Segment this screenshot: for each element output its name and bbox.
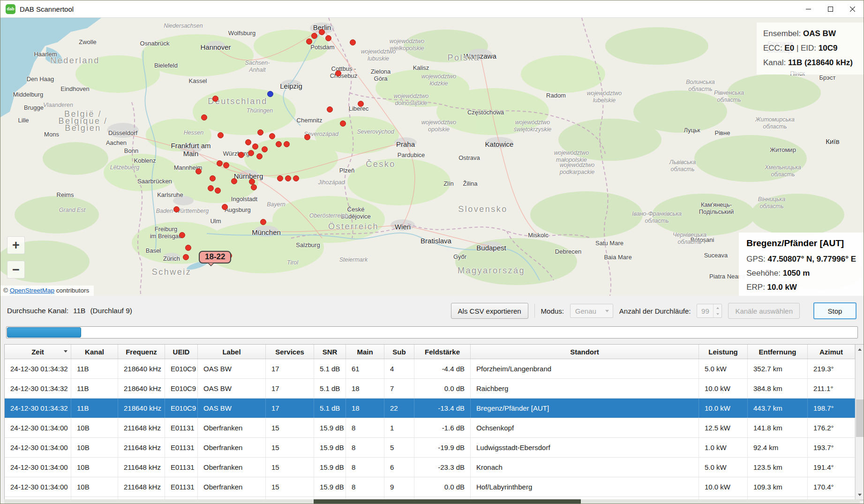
transmitter-dot[interactable] xyxy=(231,178,237,184)
table-row[interactable]: 24-12-30 01:34:0010B211648 kHzE01131Ober… xyxy=(5,458,855,477)
cell-standort: Kronach xyxy=(471,458,699,477)
progress-fill xyxy=(7,327,81,338)
transmitter-dot[interactable] xyxy=(319,29,325,35)
transmitter-dot[interactable] xyxy=(252,143,258,150)
scroll-down-button[interactable] xyxy=(856,492,864,500)
transmitter-dot[interactable] xyxy=(293,175,299,181)
maximize-icon xyxy=(828,7,833,12)
column-header-snr[interactable]: SNR xyxy=(314,345,346,359)
table-row[interactable]: 24-12-30 01:34:0010B211648 kHzE01131Ober… xyxy=(5,477,855,497)
mode-select[interactable]: Genau xyxy=(570,304,613,318)
transmitter-dot[interactable] xyxy=(210,175,216,181)
transmitter-dot[interactable] xyxy=(245,139,251,145)
spinner-buttons[interactable] xyxy=(713,304,721,317)
column-header-main[interactable]: Main xyxy=(346,345,384,359)
column-header-kanal[interactable]: Kanal xyxy=(71,345,118,359)
cell-main: 8 xyxy=(346,418,384,437)
transmitter-dot[interactable] xyxy=(335,70,341,76)
transmitter-dot[interactable] xyxy=(223,162,229,168)
ensemble-info-overlay: Ensembel: OAS BW ECC: E0 | EID: 10C9 Kan… xyxy=(757,23,864,75)
transmitter-dot[interactable] xyxy=(183,254,189,260)
horizontal-scrollbar-thumb[interactable] xyxy=(314,499,581,504)
transmitter-dot[interactable] xyxy=(238,152,244,158)
column-header-sub[interactable]: Sub xyxy=(384,345,414,359)
receiver-dot[interactable] xyxy=(267,91,273,97)
transmitter-dot[interactable] xyxy=(306,38,312,45)
transmitter-dot[interactable] xyxy=(277,175,283,181)
stop-button[interactable]: Stop xyxy=(813,302,856,319)
vertical-scrollbar[interactable] xyxy=(855,345,864,500)
vertical-scrollbar-thumb[interactable] xyxy=(856,399,864,437)
transmitter-dot[interactable] xyxy=(222,204,228,210)
transmitter-dot[interactable] xyxy=(212,96,218,102)
transmitter-dot[interactable] xyxy=(327,106,333,113)
transmitter-dot[interactable] xyxy=(350,39,356,45)
table-row[interactable]: 24-12-30 01:34:0010B211648 kHzE01131Ober… xyxy=(5,438,855,458)
cell-feldstärke: -19.9 dB xyxy=(414,438,471,457)
transmitter-dot[interactable] xyxy=(195,168,202,174)
transmitter-dot[interactable] xyxy=(260,219,266,225)
cell-standort: Bregenz/Pfänder [AUT] xyxy=(471,399,699,418)
column-header-frequenz[interactable]: Frequenz xyxy=(118,345,165,359)
toolbar-separator xyxy=(534,304,535,318)
column-header-leistung[interactable]: Leistung xyxy=(699,345,748,359)
transmitter-dot[interactable] xyxy=(179,232,185,238)
transmitter-dot[interactable] xyxy=(173,206,180,212)
transmitter-dot[interactable] xyxy=(340,120,346,127)
column-header-standort[interactable]: Standort xyxy=(471,345,699,359)
column-header-zeit[interactable]: Zeit xyxy=(5,345,71,359)
close-button[interactable] xyxy=(841,0,864,17)
runs-spinner[interactable]: 99 xyxy=(697,304,722,318)
transmitter-dot[interactable] xyxy=(201,114,207,120)
minimize-button[interactable] xyxy=(797,0,819,17)
minus-icon: − xyxy=(12,263,20,277)
table-row[interactable]: 24-12-30 01:34:3211B218640 kHzE010C9OAS … xyxy=(5,379,855,399)
transmitter-dot[interactable] xyxy=(285,175,291,181)
column-header-label[interactable]: Label xyxy=(198,345,266,359)
zoom-in-button[interactable]: + xyxy=(7,236,25,254)
cell-frequenz: 218640 kHz xyxy=(118,379,165,398)
transmitter-dot[interactable] xyxy=(248,150,254,156)
cell-standort: Pforzheim/Langenbrand xyxy=(471,359,699,378)
column-header-feldstärke[interactable]: Feldstärke xyxy=(414,345,471,359)
map[interactable]: BerlinPotsdamHannoverWolfsburgOsnabrückB… xyxy=(0,18,864,296)
scroll-up-button[interactable] xyxy=(856,345,864,353)
transmitter-dot[interactable] xyxy=(358,101,364,107)
cell-main: 18 xyxy=(346,379,384,398)
openstreetmap-link[interactable]: OpenStreetMap xyxy=(10,287,54,294)
cell-frequenz: 211648 kHz xyxy=(118,418,165,437)
select-channels-button[interactable]: Kanäle auswählen xyxy=(728,303,800,319)
table-row[interactable]: 24-12-30 01:34:0010B211648 kHzE01131Ober… xyxy=(5,418,855,438)
transmitter-dot[interactable] xyxy=(311,33,317,39)
transmitter-dot[interactable] xyxy=(208,185,214,191)
cell-kanal: 10B xyxy=(71,458,118,477)
horizontal-scrollbar[interactable] xyxy=(4,499,860,504)
transmitter-dot[interactable] xyxy=(257,129,263,135)
cell-leistung: 10.0 kW xyxy=(699,379,748,398)
transmitter-dot[interactable] xyxy=(218,132,224,138)
transmitter-dot[interactable] xyxy=(256,153,263,159)
transmitter-dot[interactable] xyxy=(269,133,275,139)
transmitter-dot[interactable] xyxy=(262,146,268,152)
cell-kanal: 11B xyxy=(71,399,118,418)
zoom-out-button[interactable]: − xyxy=(7,261,25,278)
cell-main: 8 xyxy=(346,458,384,477)
column-header-azimut[interactable]: Azimut xyxy=(808,345,855,359)
table-row[interactable]: 24-12-30 01:34:3211B218640 kHzE010C9OAS … xyxy=(5,359,855,379)
cell-leistung: 5.0 kW xyxy=(699,458,748,477)
table-row[interactable]: 24-12-30 01:34:3211B218640 kHzE010C9OAS … xyxy=(5,399,855,418)
transmitter-dot[interactable] xyxy=(215,188,221,194)
transmitter-dot[interactable] xyxy=(304,134,310,140)
column-header-entfernung[interactable]: Entfernung xyxy=(748,345,808,359)
column-header-ueid[interactable]: UEID xyxy=(165,345,198,359)
maximize-button[interactable] xyxy=(819,0,841,17)
transmitter-dot[interactable] xyxy=(251,184,257,190)
export-csv-button[interactable]: Als CSV exportieren xyxy=(451,303,528,319)
transmitter-dot[interactable] xyxy=(325,35,331,41)
transmitter-dot[interactable] xyxy=(284,141,290,147)
ecc-eid-line: ECC: E0 | EID: 10C9 xyxy=(763,41,857,55)
transmitter-dot[interactable] xyxy=(217,160,223,166)
transmitter-dot[interactable] xyxy=(185,245,191,251)
transmitter-dot[interactable] xyxy=(276,141,282,147)
column-header-services[interactable]: Services xyxy=(266,345,314,359)
